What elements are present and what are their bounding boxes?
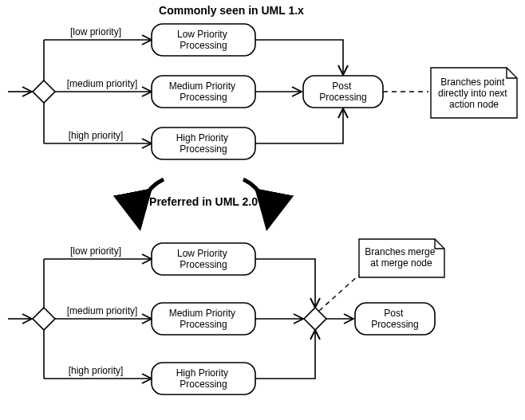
svg-text:Branches merge
        at merg: Branches merge at merge node (365, 246, 437, 269)
guard-high-top: [high priority] (69, 130, 124, 141)
transition-label: Preferred in UML 2.0 (149, 195, 258, 208)
action-medium-bottom: Medium Priority Processing (152, 303, 255, 335)
svg-marker-21 (304, 308, 326, 330)
guard-medium-bottom: [medium priority] (67, 305, 138, 316)
svg-marker-12 (33, 308, 55, 330)
merge-node (304, 308, 326, 330)
note-top: Branches point directly into next action… (431, 68, 517, 118)
svg-text:High Priority
        Processi: High Priority Processing (176, 367, 231, 390)
svg-text:High Priority
        Processi: High Priority Processing (176, 132, 231, 155)
decision-node-bottom (33, 308, 55, 330)
guard-low-bottom: [low priority] (70, 245, 121, 257)
action-low-bottom: Low Priority Processing (152, 243, 255, 275)
note-bottom: Branches merge at merge node (359, 239, 444, 277)
diagram-uml1x: Commonly seen in UML 1.x [low priority] … (8, 4, 517, 159)
edge-high-to-post-top (255, 108, 343, 143)
action-low-top: Low Priority Processing (152, 24, 255, 56)
guard-medium-top: [medium priority] (67, 78, 138, 89)
action-post-bottom: Post Processing (355, 303, 435, 335)
edge-high-to-merge (255, 330, 315, 379)
svg-marker-0 (33, 80, 55, 103)
edge-low-to-merge (255, 259, 315, 308)
action-post-top: Post Processing (303, 76, 383, 108)
transition-arrows: Preferred in UML 2.0 (139, 179, 268, 227)
decision-node-top (33, 80, 55, 103)
action-high-top: High Priority Processing (152, 128, 255, 159)
uml-comparison-diagram: Commonly seen in UML 1.x [low priority] … (0, 0, 525, 420)
edge-low-to-post-top (255, 40, 343, 75)
heading-top: Commonly seen in UML 1.x (159, 4, 304, 17)
diagram-uml20: [low priority] Low Priority Processing [… (8, 239, 444, 394)
note-anchor-bottom (319, 275, 359, 311)
guard-low-top: [low priority] (70, 26, 121, 37)
svg-text:Low Priority
        Processin: Low Priority Processing (177, 248, 230, 270)
action-high-bottom: High Priority Processing (152, 363, 255, 394)
svg-text:Low Priority
        Processin: Low Priority Processing (177, 29, 230, 51)
guard-high-bottom: [high priority] (69, 365, 124, 376)
action-medium-top: Medium Priority Processing (152, 76, 255, 108)
